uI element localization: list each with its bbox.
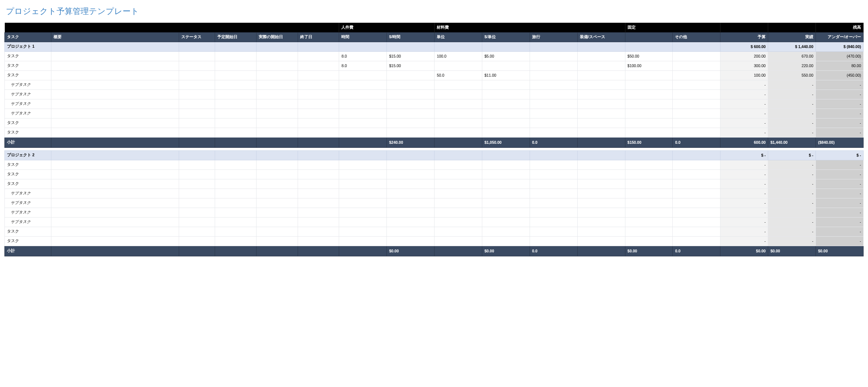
- cell-fixed[interactable]: $100.00: [625, 61, 673, 70]
- cell-units[interactable]: [435, 61, 482, 70]
- cell[interactable]: [215, 80, 257, 90]
- subtask-label[interactable]: サブタスク: [5, 90, 51, 99]
- cell-hours[interactable]: [339, 227, 387, 236]
- cell[interactable]: [179, 128, 215, 137]
- cell-units[interactable]: 50.0: [435, 70, 482, 80]
- cell-fixed[interactable]: $50.00: [625, 51, 673, 61]
- cell[interactable]: [179, 198, 215, 208]
- cell-budget[interactable]: -: [720, 99, 768, 109]
- cell-balance[interactable]: 80.00: [816, 61, 864, 70]
- cell[interactable]: [257, 109, 298, 118]
- cell[interactable]: [51, 99, 179, 109]
- cell-other[interactable]: [673, 208, 720, 217]
- cell[interactable]: [257, 198, 298, 208]
- cell-fixed[interactable]: [625, 179, 673, 189]
- cell-balance[interactable]: -: [816, 169, 864, 179]
- subtask-label[interactable]: サブタスク: [5, 99, 51, 109]
- cell[interactable]: [298, 189, 339, 198]
- cell-hours[interactable]: [339, 179, 387, 189]
- cell[interactable]: [179, 169, 215, 179]
- cell-equip[interactable]: [577, 160, 625, 169]
- cell-budget[interactable]: -: [720, 169, 768, 179]
- cell-equip[interactable]: [577, 227, 625, 236]
- cell[interactable]: [179, 51, 215, 61]
- cell-hours[interactable]: [339, 160, 387, 169]
- cell-other[interactable]: [673, 118, 720, 128]
- cell-per-hour[interactable]: [387, 179, 435, 189]
- cell-per-unit[interactable]: [482, 118, 530, 128]
- cell-hours[interactable]: [339, 208, 387, 217]
- cell[interactable]: [179, 217, 215, 227]
- cell-hours[interactable]: [339, 90, 387, 99]
- cell-travel[interactable]: [530, 198, 577, 208]
- cell-equip[interactable]: [577, 109, 625, 118]
- cell-other[interactable]: [673, 109, 720, 118]
- cell-per-hour[interactable]: $15.00: [387, 51, 435, 61]
- cell-per-unit[interactable]: [482, 189, 530, 198]
- cell-fixed[interactable]: [625, 160, 673, 169]
- cell[interactable]: [298, 217, 339, 227]
- cell-per-hour[interactable]: [387, 160, 435, 169]
- cell-other[interactable]: [673, 198, 720, 208]
- cell-equip[interactable]: [577, 118, 625, 128]
- cell[interactable]: [215, 208, 257, 217]
- cell-actual[interactable]: -: [768, 217, 816, 227]
- cell[interactable]: [215, 99, 257, 109]
- cell[interactable]: [215, 70, 257, 80]
- cell-per-unit[interactable]: $5.00: [482, 51, 530, 61]
- cell-budget[interactable]: -: [720, 179, 768, 189]
- cell[interactable]: [257, 128, 298, 137]
- cell-hours[interactable]: [339, 128, 387, 137]
- cell[interactable]: [257, 118, 298, 128]
- cell-other[interactable]: [673, 189, 720, 198]
- cell-per-hour[interactable]: [387, 227, 435, 236]
- cell[interactable]: [298, 179, 339, 189]
- cell-travel[interactable]: [530, 99, 577, 109]
- cell-per-unit[interactable]: [482, 198, 530, 208]
- cell-units[interactable]: [435, 80, 482, 90]
- cell-equip[interactable]: [577, 61, 625, 70]
- cell-units[interactable]: [435, 99, 482, 109]
- cell-actual[interactable]: -: [768, 179, 816, 189]
- cell[interactable]: [51, 227, 179, 236]
- cell-balance[interactable]: (470.00): [816, 51, 864, 61]
- cell-travel[interactable]: [530, 189, 577, 198]
- subtask-label[interactable]: サブタスク: [5, 198, 51, 208]
- task-label[interactable]: タスク: [5, 51, 51, 61]
- cell-per-hour[interactable]: [387, 169, 435, 179]
- cell-fixed[interactable]: [625, 99, 673, 109]
- cell[interactable]: [51, 70, 179, 80]
- cell[interactable]: [257, 227, 298, 236]
- cell-hours[interactable]: [339, 217, 387, 227]
- cell-per-unit[interactable]: [482, 61, 530, 70]
- cell[interactable]: [215, 51, 257, 61]
- cell-travel[interactable]: [530, 109, 577, 118]
- cell-balance[interactable]: -: [816, 198, 864, 208]
- cell-equip[interactable]: [577, 99, 625, 109]
- cell-actual[interactable]: 220.00: [768, 61, 816, 70]
- cell-balance[interactable]: -: [816, 128, 864, 137]
- cell[interactable]: [179, 189, 215, 198]
- cell-budget[interactable]: -: [720, 227, 768, 236]
- cell[interactable]: [179, 70, 215, 80]
- cell-budget[interactable]: 100.00: [720, 70, 768, 80]
- cell[interactable]: [215, 160, 257, 169]
- cell-units[interactable]: [435, 236, 482, 246]
- cell[interactable]: [298, 208, 339, 217]
- cell-units[interactable]: [435, 227, 482, 236]
- cell[interactable]: [51, 217, 179, 227]
- cell-per-unit[interactable]: [482, 128, 530, 137]
- cell-budget[interactable]: -: [720, 236, 768, 246]
- cell[interactable]: [51, 80, 179, 90]
- cell-hours[interactable]: [339, 236, 387, 246]
- cell-equip[interactable]: [577, 80, 625, 90]
- cell-actual[interactable]: -: [768, 118, 816, 128]
- cell[interactable]: [298, 160, 339, 169]
- cell-other[interactable]: [673, 99, 720, 109]
- cell[interactable]: [257, 70, 298, 80]
- cell-per-unit[interactable]: [482, 99, 530, 109]
- cell[interactable]: [179, 179, 215, 189]
- task-label[interactable]: タスク: [5, 70, 51, 80]
- task-label[interactable]: タスク: [5, 128, 51, 137]
- cell-travel[interactable]: [530, 236, 577, 246]
